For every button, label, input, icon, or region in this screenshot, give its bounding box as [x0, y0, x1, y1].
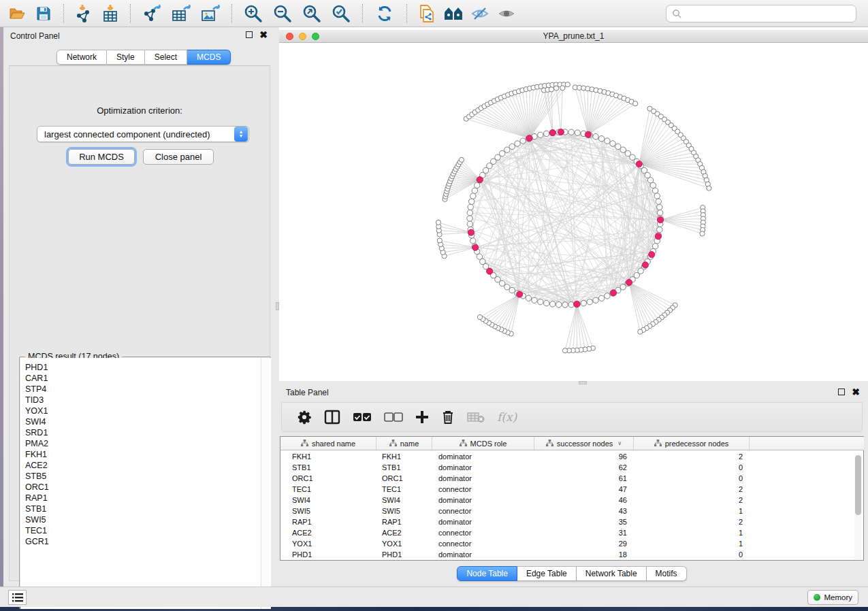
mcds-result-item[interactable]: FKH1: [20, 449, 271, 460]
save-session-button[interactable]: [32, 3, 55, 24]
table-cell: SWI5: [376, 507, 432, 515]
network-window-titlebar[interactable]: YPA_prune.txt_1: [279, 30, 868, 43]
mcds-list-scrollbar[interactable]: [261, 358, 270, 609]
tab-node-table[interactable]: Node Table: [457, 566, 517, 581]
table-row[interactable]: PHD1PHD1dominator180: [280, 549, 854, 560]
export-table-button[interactable]: [168, 3, 194, 24]
table-scrollbar[interactable]: [854, 453, 862, 559]
table-cell: FKH1: [280, 452, 376, 461]
column-header-name[interactable]: name: [376, 437, 432, 450]
zoom-in-button[interactable]: [240, 3, 266, 24]
table-cell: 61: [534, 474, 634, 482]
show-all-button[interactable]: [495, 3, 518, 24]
task-history-button[interactable]: [8, 590, 27, 605]
table-cell: 2: [634, 452, 750, 461]
mcds-result-item[interactable]: SRD1: [20, 427, 271, 438]
network-graph: [279, 43, 868, 381]
select-all-button[interactable]: [353, 408, 372, 427]
table-cell: 47: [534, 485, 634, 493]
column-header-shared-name[interactable]: shared name: [280, 437, 376, 450]
mcds-result-item[interactable]: STB1: [20, 503, 271, 514]
import-table-button[interactable]: [99, 3, 122, 24]
table-cell: 2: [634, 496, 750, 504]
table-row[interactable]: RAP1RAP1dominator352: [280, 516, 854, 527]
control-panel-title: Control Panel: [10, 31, 60, 41]
search-input[interactable]: [686, 9, 856, 18]
table-row[interactable]: SWI5SWI5connector431: [280, 506, 854, 516]
tab-select[interactable]: Select: [145, 50, 187, 65]
table-row[interactable]: YOX1YOX1connector291: [280, 538, 854, 549]
new-network-from-selection-button[interactable]: [415, 3, 438, 24]
import-network-button[interactable]: [72, 3, 95, 24]
run-mcds-button[interactable]: Run MCDS: [68, 149, 135, 165]
table-cell: 2: [634, 518, 750, 526]
table-settings-button[interactable]: [297, 408, 312, 427]
mcds-result-item[interactable]: SWI5: [20, 514, 271, 525]
tab-network[interactable]: Network: [57, 50, 107, 65]
table-cell: dominator: [432, 463, 534, 472]
deselect-all-button[interactable]: [384, 408, 403, 427]
delete-table-button[interactable]: [467, 408, 485, 427]
mcds-result-item[interactable]: STB5: [20, 471, 271, 482]
first-neighbors-button[interactable]: [442, 3, 465, 24]
tab-network-table[interactable]: Network Table: [577, 566, 647, 581]
delete-table-icon: [467, 411, 485, 423]
search-field[interactable]: [666, 5, 856, 22]
delete-column-button[interactable]: [441, 408, 455, 427]
table-cell: ACE2: [376, 529, 432, 537]
refresh-button[interactable]: [371, 3, 398, 24]
zoom-selected-button[interactable]: [328, 3, 354, 24]
mcds-result-item[interactable]: STP4: [20, 384, 271, 395]
import-network-icon: [74, 4, 93, 23]
table-cell: 43: [534, 507, 634, 515]
show-columns-button[interactable]: [324, 408, 340, 427]
mcds-result-item[interactable]: PHD1: [20, 362, 271, 373]
mcds-result-item[interactable]: SWI4: [20, 416, 271, 427]
column-header-predecessor-nodes[interactable]: predecessor nodes: [634, 437, 750, 450]
checked-boxes-icon: [353, 412, 372, 422]
tab-edge-table[interactable]: Edge Table: [517, 566, 577, 581]
zoom-out-button[interactable]: [270, 3, 295, 24]
mcds-result-item[interactable]: ORC1: [20, 482, 271, 493]
table-row[interactable]: FKH1FKH1dominator962: [280, 451, 854, 462]
function-builder-button[interactable]: f(x): [497, 408, 517, 427]
optimization-criterion-label: Optimization criterion:: [10, 105, 270, 116]
table-cell: PHD1: [280, 550, 376, 559]
mcds-result-item[interactable]: TID3: [20, 395, 271, 406]
export-network-button[interactable]: [139, 3, 165, 24]
mcds-result-item[interactable]: ACE2: [20, 460, 271, 471]
add-column-button[interactable]: [415, 408, 429, 427]
optimization-criterion-select[interactable]: largest connected component (undirected)…: [37, 126, 249, 142]
tab-style[interactable]: Style: [107, 50, 145, 65]
table-row[interactable]: SWI4SWI4dominator462: [280, 495, 854, 506]
node-table-body: FKH1FKH1dominator962STB1STB1dominator620…: [280, 451, 854, 560]
network-canvas[interactable]: [279, 43, 868, 381]
float-panel-icon[interactable]: [246, 31, 253, 38]
close-panel-icon[interactable]: ✖: [259, 31, 268, 38]
float-panel-icon[interactable]: [838, 389, 845, 395]
zoom-fit-button[interactable]: [299, 3, 325, 24]
table-row[interactable]: ACE2ACE2connector311: [280, 527, 854, 538]
mcds-result-list[interactable]: PHD1CAR1STP4TID3YOX1SWI4SRD1PMA2FKH1ACE2…: [20, 358, 271, 609]
mcds-result-item[interactable]: RAP1: [20, 493, 271, 503]
table-row[interactable]: ORC1ORC1dominator610: [280, 473, 854, 484]
mcds-result-item[interactable]: GCR1: [20, 536, 271, 547]
column-header-mcds-role[interactable]: MCDS role: [432, 437, 534, 450]
mcds-result-item[interactable]: CAR1: [20, 373, 271, 384]
table-row[interactable]: TEC1TEC1connector472: [280, 484, 854, 495]
close-panel-icon[interactable]: ✖: [852, 389, 860, 395]
export-image-button[interactable]: [197, 3, 223, 24]
hide-selected-button[interactable]: [468, 3, 492, 24]
table-row[interactable]: STB1STB1dominator620: [280, 462, 854, 473]
mcds-result-item[interactable]: TEC1: [20, 525, 271, 536]
scrollbar-thumb[interactable]: [855, 455, 861, 515]
open-session-button[interactable]: [5, 3, 29, 24]
tab-motifs[interactable]: Motifs: [647, 566, 687, 581]
tab-mcds[interactable]: MCDS: [187, 50, 231, 65]
column-header-filler: [750, 437, 864, 450]
close-panel-button[interactable]: Close panel: [143, 149, 214, 165]
mcds-result-item[interactable]: YOX1: [20, 406, 271, 416]
memory-button[interactable]: Memory: [807, 590, 858, 605]
column-header-successor-nodes[interactable]: successor nodes ∨: [534, 437, 634, 450]
mcds-result-item[interactable]: PMA2: [20, 438, 271, 449]
